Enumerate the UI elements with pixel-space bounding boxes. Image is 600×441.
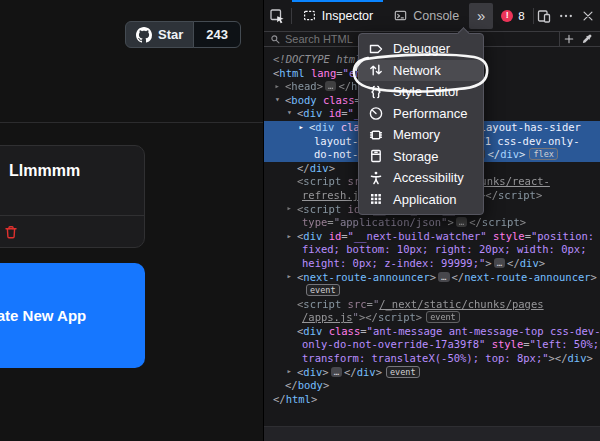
code-token: body — [291, 94, 316, 106]
devtools-bottom-bar — [264, 426, 600, 441]
markup-line[interactable]: ▶<div id="__next-build-watcher" style="p… — [264, 230, 600, 244]
code-token: "position: — [531, 230, 594, 242]
menu-item-accessibility[interactable]: Accessibility — [359, 167, 483, 189]
tab-console-label: Console — [413, 9, 459, 23]
markup-line[interactable]: event — [264, 284, 600, 298]
element-picker-button[interactable] — [264, 0, 291, 31]
devtools-options-button[interactable] — [555, 0, 577, 31]
debugger-icon — [368, 41, 384, 57]
code-token: </ — [338, 80, 351, 92]
search-icon — [270, 34, 281, 45]
markup-line[interactable]: type="application/json">…</script> — [264, 216, 600, 230]
create-new-app-button[interactable]: Create New App — [0, 263, 145, 368]
code-token: > — [430, 271, 436, 283]
event-badge[interactable]: event — [426, 311, 460, 323]
element-picker-icon — [269, 8, 285, 24]
menu-item-style-editor[interactable]: Style Editor — [359, 81, 483, 103]
github-star-widget[interactable]: Star 243 — [125, 21, 241, 48]
expand-twisty-icon[interactable]: ▶ — [287, 204, 290, 215]
markup-line[interactable]: <script src="/_next/static/chunks/pages — [264, 298, 600, 312]
expand-twisty-icon[interactable]: ▶ — [275, 81, 278, 92]
code-token: div — [315, 121, 334, 133]
menu-item-label: Performance — [393, 106, 467, 121]
event-badge[interactable]: event — [386, 366, 420, 378]
expand-twisty-icon[interactable]: ▶ — [287, 231, 290, 242]
menu-item-label: Network — [393, 63, 441, 78]
code-token: > — [485, 257, 491, 269]
code-token: lang — [311, 67, 336, 79]
code-token: head — [291, 80, 316, 92]
code-token: > — [591, 271, 597, 283]
code-token: ></ — [549, 352, 568, 364]
expand-twisty-icon[interactable]: ▶ — [287, 272, 290, 283]
markup-line[interactable]: <div class="ant-message ant-message-top … — [264, 325, 600, 339]
github-star-button[interactable]: Star — [125, 21, 194, 48]
code-token: style — [492, 338, 524, 350]
code-token: </ — [469, 216, 482, 228]
code-token: script — [303, 175, 341, 187]
code-token: </ — [487, 148, 500, 160]
markup-line[interactable]: </html> — [264, 393, 600, 407]
inline-expand-badge[interactable]: … — [494, 258, 505, 268]
close-devtools-button[interactable] — [577, 0, 600, 31]
collapse-twisty-icon[interactable]: ▶ — [272, 98, 283, 101]
expand-twisty-icon[interactable]: ▶ — [287, 367, 290, 378]
code-token: > — [519, 148, 525, 160]
menu-item-debugger[interactable]: Debugger — [359, 38, 483, 60]
menu-item-application[interactable]: Application — [359, 189, 483, 211]
menu-item-performance[interactable]: Performance — [359, 103, 483, 125]
code-token: div — [310, 162, 329, 174]
more-tools-expander-button[interactable]: » — [469, 3, 493, 29]
inspector-icon — [302, 8, 317, 23]
code-token: script — [378, 311, 416, 323]
responsive-design-mode-button[interactable] — [534, 0, 556, 31]
responsive-design-icon — [536, 8, 552, 24]
color-picker-button[interactable] — [578, 33, 596, 45]
add-rule-button[interactable] — [560, 33, 578, 45]
collapse-twisty-icon[interactable]: ▶ — [284, 111, 295, 114]
inline-expand-badge[interactable]: … — [438, 272, 449, 282]
code-token: > — [376, 366, 382, 378]
markup-line[interactable]: /apps.js"></script>event — [264, 311, 600, 325]
code-token: div — [520, 257, 539, 269]
code-token: id — [329, 107, 342, 119]
markup-line[interactable]: transform: translateX(-50%); top: 8px;">… — [264, 352, 600, 366]
code-token: > — [536, 189, 542, 201]
markup-line[interactable]: ▶<next-route-announcer>…</next-route-ann… — [264, 271, 600, 285]
meatball-menu-icon — [558, 8, 574, 24]
event-badge[interactable]: event — [306, 284, 340, 296]
code-token: height: 0px; z-index: 99999;" — [302, 257, 485, 269]
markup-line[interactable]: only-do-not-override-17a39f8" style="lef… — [264, 338, 600, 352]
delete-app-button[interactable] — [4, 224, 20, 240]
markup-line[interactable]: </body> — [264, 379, 600, 393]
markup-line[interactable]: fixed; bottom: 10px; right: 20px; width:… — [264, 243, 600, 257]
code-token: > — [539, 257, 545, 269]
menu-item-memory[interactable]: Memory — [359, 124, 483, 146]
code-token: </ — [452, 271, 465, 283]
github-star-count[interactable]: 243 — [193, 21, 241, 48]
markup-line[interactable]: height: 0px; z-index: 99999;">…</div> — [264, 257, 600, 271]
code-token: "left: 50%; — [530, 338, 600, 350]
code-token: ></ — [359, 311, 378, 323]
inline-expand-badge[interactable]: … — [331, 367, 342, 377]
code-token: div — [303, 366, 322, 378]
code-token: "__next-build-watcher" — [348, 230, 487, 242]
memory-icon — [368, 127, 384, 143]
menu-item-storage[interactable]: Storage — [359, 146, 483, 168]
error-count-badge[interactable]: ! 8 — [493, 0, 532, 31]
code-token: body — [298, 379, 323, 391]
code-token: /_next/static/chunks/pages — [379, 298, 543, 310]
page-section-divider — [0, 122, 263, 123]
tab-console[interactable]: Console — [383, 0, 469, 31]
inline-expand-badge[interactable]: … — [325, 81, 336, 91]
code-token: next-route-announcer — [303, 271, 429, 283]
tab-inspector[interactable]: Inspector — [292, 0, 383, 31]
markup-line[interactable]: ▶<div>…</div>event — [264, 366, 600, 380]
inline-expand-badge[interactable]: … — [456, 217, 467, 227]
expand-twisty-icon[interactable]: ▶ — [299, 122, 302, 133]
code-token: </ — [285, 379, 298, 391]
code-token: "ant-message ant-message-top css-dev- — [367, 325, 600, 337]
devtools-toolbar: Inspector Console » ! 8 — [264, 0, 600, 32]
menu-item-network[interactable]: Network — [359, 60, 483, 82]
flex-badge[interactable]: flex — [529, 148, 557, 160]
